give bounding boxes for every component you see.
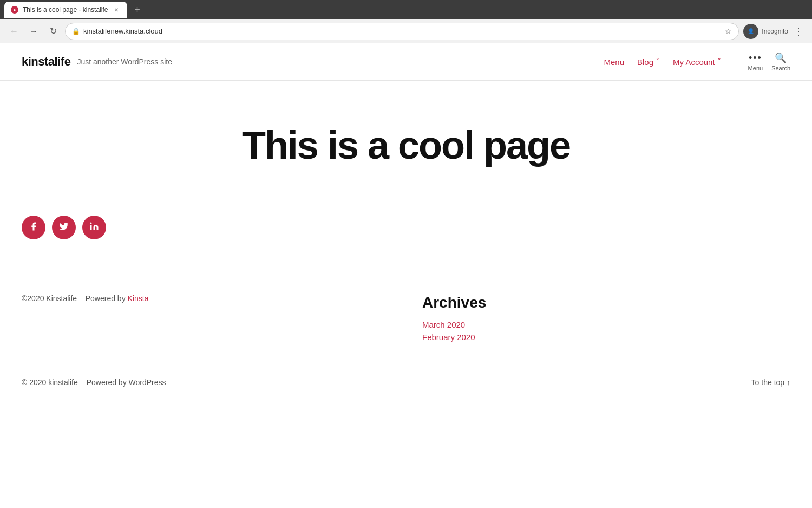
extras-menu-item[interactable]: ••• Menu xyxy=(748,53,763,71)
extras-menu-label: Menu xyxy=(748,65,763,71)
bottom-copyright: © 2020 kinstalife xyxy=(22,378,78,387)
extras-search-label: Search xyxy=(771,65,790,71)
archive-link-march[interactable]: March 2020 xyxy=(422,320,790,329)
footer-left: ©2020 Kinstalife – Powered by Kinsta xyxy=(22,294,390,345)
facebook-icon xyxy=(29,222,38,234)
url-text: kinstalifenew.kinsta.cloud xyxy=(83,27,722,35)
linkedin-button[interactable] xyxy=(82,216,106,239)
my-account-chevron-icon: ˅ xyxy=(717,57,722,67)
footer-social xyxy=(0,199,812,272)
twitter-icon xyxy=(59,222,69,234)
facebook-button[interactable] xyxy=(22,216,45,239)
my-account-label: My Account xyxy=(673,57,715,67)
page-title: This is a cool page xyxy=(22,124,790,167)
toolbar-right: 👤 Incognito ⋮ xyxy=(743,23,806,40)
footer-copyright: ©2020 Kinstalife – Powered by Kinsta xyxy=(22,294,390,303)
active-tab[interactable]: ● This is a cool page - kinstalife ✕ xyxy=(4,2,127,18)
lock-icon: 🔒 xyxy=(72,28,80,35)
footer-bottom: © 2020 kinstalife Powered by WordPress T… xyxy=(0,367,812,398)
site-tagline: Just another WordPress site xyxy=(77,57,172,66)
nav-extras: ••• Menu 🔍 Search xyxy=(748,52,790,71)
footer-right: Archives March 2020 February 2020 xyxy=(422,294,790,345)
site-logo[interactable]: kinstalife xyxy=(22,55,70,69)
svg-point-0 xyxy=(90,222,92,224)
footer-bottom-left: © 2020 kinstalife Powered by WordPress xyxy=(22,378,166,387)
blog-nav-label: Blog xyxy=(637,57,653,67)
linkedin-icon xyxy=(89,222,99,234)
blog-nav-item[interactable]: Blog ˅ xyxy=(637,57,660,67)
dots-menu-icon: ••• xyxy=(749,53,762,64)
social-icons-row xyxy=(22,216,790,239)
browser-menu-button[interactable]: ⋮ xyxy=(791,23,806,40)
archive-link-february[interactable]: February 2020 xyxy=(422,333,790,342)
bookmark-icon[interactable]: ☆ xyxy=(725,27,732,36)
back-button[interactable]: ← xyxy=(6,24,22,39)
site-header: kinstalife Just another WordPress site M… xyxy=(0,43,812,81)
address-bar[interactable]: 🔒 kinstalifenew.kinsta.cloud ☆ xyxy=(65,23,739,40)
blog-chevron-icon: ˅ xyxy=(656,57,660,67)
search-nav-item[interactable]: 🔍 Search xyxy=(771,52,790,71)
tab-title: This is a cool page - kinstalife xyxy=(23,6,108,14)
kinsta-link[interactable]: Kinsta xyxy=(128,294,149,303)
archive-february-label: February 2020 xyxy=(422,333,475,342)
site-main: This is a cool page xyxy=(0,81,812,199)
forward-button[interactable]: → xyxy=(26,24,41,39)
incognito-label: Incognito xyxy=(762,28,788,35)
copyright-text: ©2020 Kinstalife – Powered by xyxy=(22,294,126,303)
new-tab-button[interactable]: + xyxy=(129,2,145,17)
tab-close-button[interactable]: ✕ xyxy=(112,5,121,14)
twitter-button[interactable] xyxy=(52,216,76,239)
powered-by-text: Powered by WordPress xyxy=(87,378,166,387)
browser-tab-bar: ● This is a cool page - kinstalife ✕ + xyxy=(0,0,812,19)
nav-divider xyxy=(735,54,735,69)
profile-button[interactable]: 👤 xyxy=(743,24,758,39)
site-nav: Menu Blog ˅ My Account ˅ ••• Menu 🔍 Sear… xyxy=(604,52,791,71)
my-account-nav-item[interactable]: My Account ˅ xyxy=(673,57,722,67)
footer-widgets: ©2020 Kinstalife – Powered by Kinsta Arc… xyxy=(0,272,812,367)
to-top-link[interactable]: To the top ↑ xyxy=(751,378,790,387)
incognito-icon: 👤 xyxy=(748,28,754,34)
archives-title: Archives xyxy=(422,294,790,311)
tab-favicon: ● xyxy=(11,6,18,14)
logo-area: kinstalife Just another WordPress site xyxy=(22,55,172,69)
search-icon: 🔍 xyxy=(775,52,788,64)
menu-nav-item[interactable]: Menu xyxy=(604,57,625,67)
reload-button[interactable]: ↻ xyxy=(45,24,61,39)
browser-toolbar: ← → ↻ 🔒 kinstalifenew.kinsta.cloud ☆ 👤 I… xyxy=(0,19,812,43)
archive-march-label: March 2020 xyxy=(422,320,465,329)
